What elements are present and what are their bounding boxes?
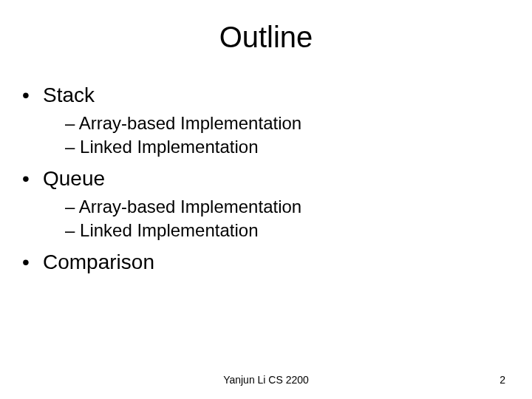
subbullet-label: Array-based Implementation [79,113,301,133]
bullet-label: Queue [43,167,105,190]
subbullet-stack-linked: – Linked Implementation [65,136,510,158]
subbullet-label: Linked Implementation [80,137,258,157]
subbullet-stack-array: – Array-based Implementation [65,112,510,134]
dash-icon: – [65,220,75,240]
footer-author: Yanjun Li CS 2200 [0,374,532,386]
bullet-stack: •Stack [22,82,510,108]
bullet-queue: •Queue [22,166,510,191]
footer: Yanjun Li CS 2200 2 [0,374,532,386]
dash-icon: – [65,137,75,157]
bullet-label: Stack [43,83,95,106]
slide: Outline •Stack – Array-based Implementat… [0,0,532,399]
subbullet-label: Array-based Implementation [79,197,301,216]
bullet-comparison: •Comparison [22,249,510,275]
slide-title: Outline [22,21,510,54]
bullet-icon: • [22,166,43,191]
dash-icon: – [65,197,75,216]
page-number: 2 [499,374,505,386]
subbullet-queue-linked: – Linked Implementation [65,219,510,242]
subbullet-queue-array: – Array-based Implementation [65,196,510,218]
subbullet-label: Linked Implementation [80,220,258,240]
bullet-label: Comparison [43,250,154,273]
slide-body: •Stack – Array-based Implementation – Li… [22,82,510,275]
dash-icon: – [65,113,75,133]
bullet-icon: • [22,249,43,275]
bullet-icon: • [22,82,43,108]
